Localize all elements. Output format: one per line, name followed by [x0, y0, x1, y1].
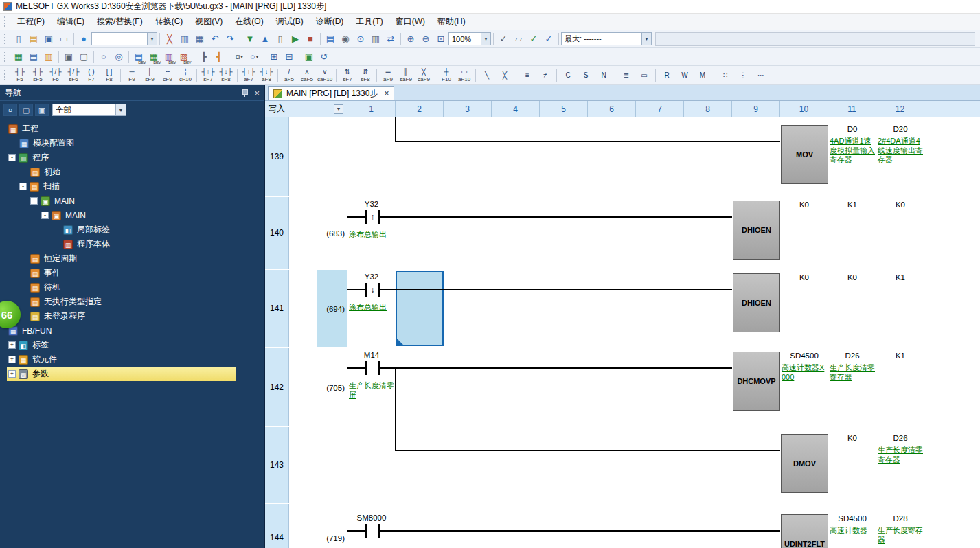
redo-icon[interactable]: ↷	[223, 32, 238, 47]
nav-filter-select[interactable]: 全部 ▼	[52, 104, 126, 116]
contact-device-M14[interactable]: M14	[347, 351, 396, 361]
window-cascade-icon[interactable]: ▢	[76, 49, 91, 65]
device-storage-icon[interactable]: ▥DEV	[161, 49, 176, 65]
contact-device-SM8000[interactable]: SM8000	[347, 514, 396, 523]
tree-display-icon[interactable]: ▣	[35, 104, 49, 116]
ladder-monitor-icon[interactable]: ▤	[323, 32, 338, 47]
instruction-box-UDINT2FLT[interactable]: UDINT2FLT	[781, 514, 828, 548]
row-number-cell[interactable]: 139	[265, 117, 289, 196]
operand-K0[interactable]: K0	[828, 273, 876, 283]
row-number-cell[interactable]: 143	[265, 427, 289, 503]
write-to-plc-icon[interactable]: ▼	[242, 32, 258, 47]
nav-item-label[interactable]: +◧标签	[0, 338, 264, 352]
nav-item-program[interactable]: -▥程序	[0, 150, 264, 165]
note-edit-icon[interactable]: N	[595, 67, 613, 84]
max-select[interactable]: 最大: -------▼	[561, 32, 652, 45]
nav-item-program-body[interactable]: ▥程序本体	[0, 237, 264, 251]
read-from-plc-icon[interactable]: ▲	[258, 32, 273, 47]
selected-cell[interactable]	[396, 271, 444, 346]
coil-button[interactable]: ( )F7	[82, 67, 100, 84]
operand-D20[interactable]: D20	[876, 125, 924, 135]
menu-item-help[interactable]: 帮助(H)	[431, 13, 472, 30]
help-icon[interactable]: ●	[76, 32, 91, 47]
menu-item-tools[interactable]: 工具(T)	[350, 13, 389, 30]
zoom-select[interactable]: 100%▼	[448, 32, 491, 45]
row-number-cell[interactable]: 140	[265, 197, 289, 269]
device-usage-list-icon[interactable]: ⊟	[282, 49, 297, 65]
delete-rung-icon[interactable]: ≠	[536, 67, 554, 84]
delete-vertical-line-button[interactable]: ╎cF10	[176, 67, 194, 84]
toolbar-combo[interactable]: ▼	[91, 32, 157, 45]
nav-item-local-label[interactable]: ◧局部标签	[0, 222, 264, 237]
chevron-down-icon[interactable]: ▼	[334, 104, 343, 114]
falling-pulse-branch-button[interactable]: ┤↓├aF8	[258, 67, 275, 84]
horizontal-line-button[interactable]: ─F9	[123, 67, 141, 84]
tab-close-icon[interactable]: ×	[384, 89, 389, 98]
horizontal-line-2-button[interactable]: ═aF9	[379, 67, 397, 84]
vertical-line-button[interactable]: │sF9	[141, 67, 159, 84]
search-menu-icon[interactable]: ○▾	[247, 49, 262, 65]
nav-item-standby[interactable]: ▤待机	[0, 280, 264, 295]
instruction-box-DMOV[interactable]: DMOV	[781, 434, 828, 493]
delete-line-button[interactable]: ╳caF9	[415, 67, 433, 84]
inline-st-icon[interactable]: ▭	[635, 67, 653, 84]
zoom-fit-icon[interactable]: ⊡	[433, 32, 448, 47]
paste-icon[interactable]: ▦	[192, 32, 207, 47]
statement-edit-icon[interactable]: S	[577, 67, 595, 84]
contact-device-Y32[interactable]: Y32	[347, 273, 396, 282]
menu-item-diagnostics[interactable]: 诊断(D)	[310, 13, 350, 30]
device-comment-icon[interactable]: ▤DEV	[131, 49, 146, 65]
tree-expander-icon[interactable]: +	[8, 370, 16, 378]
monitor-start-icon[interactable]: ▶	[288, 32, 303, 47]
menu-item-view[interactable]: 视图(V)	[189, 13, 229, 30]
menu-item-online[interactable]: 在线(O)	[229, 13, 269, 30]
chevron-down-icon[interactable]: ▾	[256, 54, 258, 59]
menu-item-edit[interactable]: 编辑(E)	[51, 13, 91, 30]
read-mode-icon[interactable]: R	[658, 67, 676, 84]
ladder-block-list-icon[interactable]: ≣	[617, 67, 635, 84]
zoom-out-icon[interactable]: ⊖	[418, 32, 433, 47]
build-icon[interactable]: ▱	[511, 32, 526, 47]
tree-expander-icon[interactable]: -	[41, 212, 49, 219]
program-list-icon[interactable]: ▤	[26, 49, 41, 65]
new-file-icon[interactable]: ▯	[11, 32, 26, 47]
open-folder-icon[interactable]: ▤	[26, 32, 41, 47]
find-results-icon[interactable]: ▥	[368, 32, 383, 47]
closed-contact-branch-button[interactable]: ┤/├sF6	[65, 67, 82, 84]
nav-item-fixed-cycle[interactable]: ▤恒定周期	[0, 251, 264, 266]
find-icon[interactable]: ○	[96, 49, 111, 65]
tree-collapse-icon[interactable]: ▢	[19, 104, 33, 116]
operand-K1[interactable]: K1	[876, 352, 924, 361]
write-mode-cell[interactable]: 写入 ▼	[265, 101, 347, 117]
instruction-box-DHIOEN[interactable]: DHIOEN	[733, 201, 780, 260]
module-wrench-icon[interactable]: ┫	[212, 49, 227, 65]
monitor-stop-icon[interactable]: ■	[303, 32, 318, 47]
nav-item-fbfun[interactable]: ▦FB/FUN	[0, 323, 264, 338]
menu-item-debug[interactable]: 调试(B)	[270, 13, 310, 30]
reset-icon[interactable]: ↺	[317, 49, 332, 65]
application-instruction-button[interactable]: [ ]F8	[100, 67, 118, 84]
falling-pulse-close-button[interactable]: ⇵sF8	[356, 67, 374, 84]
instruction-box-DHCMOVP[interactable]: DHCMOVP	[733, 352, 780, 411]
box-wire-button[interactable]: ▭aF10	[455, 67, 473, 84]
nav-item-parameter[interactable]: +▩参数	[7, 367, 236, 381]
falling-pulse-button[interactable]: ┤↓├sF8	[217, 67, 235, 84]
tree-expander-icon[interactable]: +	[8, 341, 16, 349]
cross-reference-list-icon[interactable]: ⊞	[266, 49, 282, 65]
tree-expander-icon[interactable]: -	[19, 183, 27, 190]
wire-erase-icon[interactable]: ╳	[496, 67, 514, 84]
label-editor-icon[interactable]: ▥	[41, 49, 56, 65]
operand-SD4500[interactable]: SD4500	[828, 514, 876, 524]
copy-icon[interactable]: ▥	[177, 32, 192, 47]
chevron-down-icon[interactable]: ▾	[241, 54, 243, 59]
wire-mode-button[interactable]: ┼F10	[437, 67, 455, 84]
verify-icon[interactable]: ▯	[273, 32, 288, 47]
monitor-mode-icon[interactable]: M	[694, 67, 711, 84]
tree-expander-icon[interactable]: +	[8, 356, 16, 363]
wire-draw-icon[interactable]: ╲	[478, 67, 496, 84]
tree-expander-icon[interactable]: -	[30, 197, 38, 205]
nav-item-module-config[interactable]: ▦模块配置图	[0, 136, 264, 150]
nav-item-unregistered[interactable]: ▤未登录程序	[0, 309, 264, 323]
insert-rung-icon[interactable]: ≡	[519, 67, 536, 84]
nav-item-event[interactable]: ▤事件	[0, 266, 264, 280]
